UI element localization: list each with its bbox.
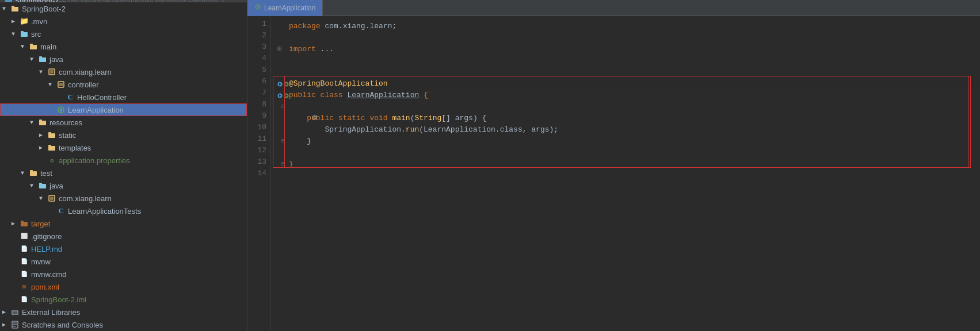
code-token: public <box>307 113 338 124</box>
arrow-java-main <box>30 56 38 63</box>
tab-label: LearnApplication <box>264 4 315 12</box>
mvnw-cmd-file-icon: 📄 <box>20 270 29 279</box>
svg-rect-21 <box>48 146 55 151</box>
line-num-10: 10 <box>251 122 266 133</box>
code-token: { <box>419 90 428 101</box>
code-line-8: ⊟ <box>277 101 980 113</box>
arrow-test <box>21 170 29 176</box>
tree-item-mvnw[interactable]: 📄 mvnw <box>0 255 247 268</box>
arrow-static <box>39 132 47 138</box>
tree-item-help-md[interactable]: 📄 HELP.md <box>0 243 247 255</box>
code-line-14 <box>277 170 980 182</box>
code-token: ; <box>392 21 396 32</box>
tree-item-package-test[interactable]: com.xiang.learn <box>0 192 247 205</box>
run-icon-6[interactable] <box>277 82 289 87</box>
tree-item-resources[interactable]: resources <box>0 116 247 129</box>
code-token: (LearnApplication.class, args); <box>419 124 558 136</box>
main-label: main <box>40 43 56 51</box>
tree-item-learn-app-tests[interactable]: C LearnApplicationTests <box>0 205 247 217</box>
code-line-7: public class LearnApplication { <box>277 90 980 101</box>
code-line-12 <box>277 147 980 159</box>
svg-rect-3 <box>12 6 14 7</box>
svg-rect-4 <box>21 32 28 37</box>
svg-rect-13 <box>59 83 63 86</box>
line-num-6: 6 <box>251 76 266 87</box>
tree-item-target[interactable]: target <box>0 217 247 230</box>
code-token: static <box>338 113 370 124</box>
arrow-scratches <box>2 321 10 328</box>
code-token: void <box>369 113 392 124</box>
line-num-8: 8 <box>251 99 266 110</box>
editor-tab-learn-app[interactable]: LearnApplication <box>247 0 323 16</box>
code-token: String <box>414 113 441 124</box>
folder-test-icon <box>29 168 38 178</box>
arrow-templates <box>39 144 47 151</box>
tree-item-static[interactable]: static <box>0 129 247 141</box>
java-main-label: java <box>49 55 63 64</box>
code-token: main <box>392 113 410 124</box>
svg-rect-24 <box>30 170 33 172</box>
code-line-6: @SpringBootApplication <box>277 78 980 90</box>
hello-controller-label: HelloController <box>77 93 127 102</box>
arrow-ext-libs <box>2 309 10 315</box>
code-line-4 <box>277 55 980 67</box>
learn-app-label: LearnApplication <box>68 106 124 114</box>
arrow-mvn <box>12 18 20 25</box>
iml-file-icon: 📄 <box>20 295 29 304</box>
tree-item-hello-controller[interactable]: C HelloController <box>0 91 247 103</box>
resources-label: resources <box>49 118 82 127</box>
svg-point-39 <box>257 6 259 8</box>
tree-item-java-test[interactable]: java <box>0 179 247 192</box>
tree-item-controller[interactable]: controller <box>0 78 247 91</box>
tree-item-mvnw-cmd[interactable]: 📄 mvnw.cmd <box>0 268 247 280</box>
code-token: [] args) { <box>441 113 486 124</box>
java-test-label: java <box>49 182 63 190</box>
svg-rect-25 <box>39 184 46 188</box>
line-num-9: 9 <box>251 110 266 122</box>
tree-item-external-libs[interactable]: External Libraries <box>0 306 247 318</box>
spring-class-icon: C <box>56 105 66 114</box>
project-sidebar[interactable]: SpringBoot-2 – E:\my-tool\article\xiangS… <box>0 0 247 331</box>
arrow-target <box>12 220 20 227</box>
tree-item-package-main[interactable]: com.xiang.learn <box>0 66 247 78</box>
folder-templates-icon <box>47 143 56 152</box>
code-line-13: ⊟ } <box>277 159 980 170</box>
tree-root: SpringBoot-2 📁 .mvn src main <box>0 2 247 331</box>
line-num-7: 7 <box>251 87 266 99</box>
tree-item-app-props[interactable]: ⚙ application.properties <box>0 154 247 167</box>
svg-rect-18 <box>39 120 42 121</box>
external-libs-label: External Libraries <box>22 308 80 317</box>
code-token: ( <box>410 113 415 124</box>
tree-item-springboot2[interactable]: SpringBoot-2 <box>0 2 247 15</box>
editor-content: 1 2 3 4 5 6 7 8 9 10 11 12 13 14 pac <box>247 16 980 331</box>
tree-item-learn-application[interactable]: C LearnApplication <box>0 103 247 116</box>
arrow-src <box>12 31 20 37</box>
package-test-icon <box>47 194 56 203</box>
code-token: LearnApplication <box>347 90 419 101</box>
tree-item-mvn[interactable]: 📁 .mvn <box>0 15 247 28</box>
svg-rect-31 <box>12 310 18 315</box>
tree-item-iml[interactable]: 📄 SpringBoot-2.iml <box>0 293 247 306</box>
tree-item-gitignore[interactable]: ⬜ .gitignore <box>0 230 247 243</box>
tree-item-test[interactable]: test <box>0 167 247 179</box>
code-editor[interactable]: package com.xiang.learn; ⊞ import ... <box>270 16 980 331</box>
run-icon-7[interactable] <box>277 93 289 98</box>
code-token: } <box>289 159 293 170</box>
tree-item-templates[interactable]: templates <box>0 141 247 154</box>
svg-rect-17 <box>39 121 46 125</box>
code-line-3: ⊞ import ... <box>277 44 980 55</box>
folder-target-icon <box>20 219 29 228</box>
tree-item-java-main[interactable]: java <box>0 53 247 66</box>
tree-item-src[interactable]: src <box>0 28 247 40</box>
line-num-4: 4 <box>251 53 266 64</box>
line-num-13: 13 <box>251 156 266 168</box>
tree-item-main[interactable]: main <box>0 40 247 53</box>
target-label: target <box>31 220 50 228</box>
tree-item-scratches[interactable]: Scratches and Consoles <box>0 318 247 331</box>
tree-item-pom[interactable]: m pom.xml <box>0 280 247 293</box>
code-line-2 <box>277 32 980 44</box>
code-line-5 <box>277 67 980 78</box>
src-label: src <box>31 30 41 39</box>
svg-rect-29 <box>21 222 28 226</box>
code-token: } <box>289 136 311 147</box>
